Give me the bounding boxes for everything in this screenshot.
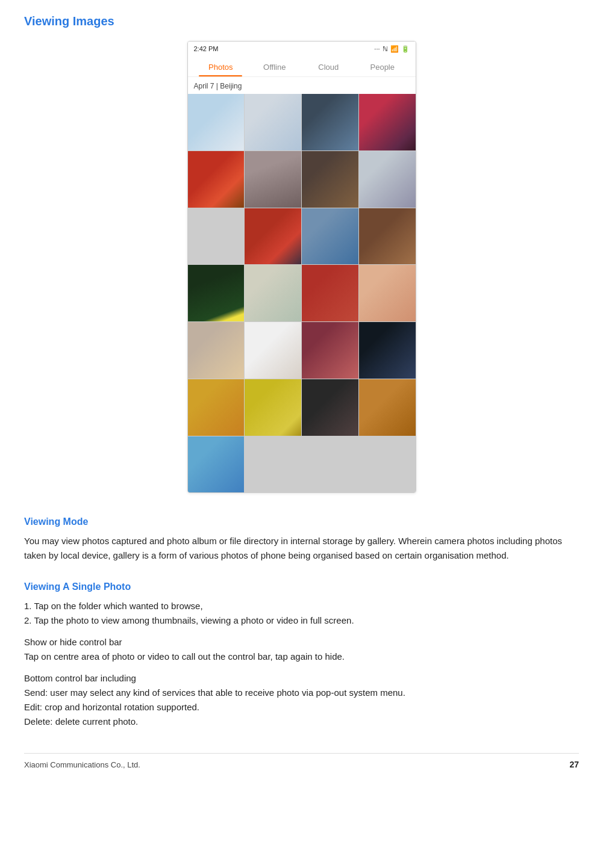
footer-page-number: 27: [569, 758, 579, 771]
tab-cloud[interactable]: Cloud: [302, 57, 356, 77]
photo-cell-16[interactable]: [188, 322, 245, 379]
footer-bar: Xiaomi Communications Co., Ltd. 27: [24, 753, 579, 771]
photo-cell-14[interactable]: [302, 265, 358, 321]
photo-cell-5[interactable]: [188, 151, 245, 208]
photo-cell-10[interactable]: [302, 208, 358, 265]
battery-icon: 🔋: [401, 44, 410, 54]
photo-cell-19[interactable]: [359, 322, 416, 379]
photo-grid: [188, 94, 416, 492]
tab-offline[interactable]: Offline: [248, 57, 302, 77]
photo-cell-2[interactable]: [245, 94, 301, 150]
photo-cell-1[interactable]: [188, 94, 245, 150]
viewing-single-photo-body1: 1. Tap on the folder which wanted to bro…: [24, 599, 579, 628]
viewing-mode-body: You may view photos captured and photo a…: [24, 534, 579, 563]
phone-nav-tabs: Photos Offline Cloud People: [188, 57, 416, 78]
photo-cell-21[interactable]: [245, 379, 301, 436]
section-heading-viewing-single-photo: Viewing A Single Photo: [24, 580, 579, 594]
photo-cell-3[interactable]: [302, 94, 358, 150]
photo-cell-24[interactable]: [188, 436, 245, 493]
photo-cell-17[interactable]: [245, 322, 301, 379]
photo-cell-9[interactable]: [245, 208, 301, 265]
status-time: 2:42 PM: [194, 44, 219, 54]
phone-screen: 2:42 PM ··· ℕ 📶 🔋 Photos Offline Cloud P…: [187, 41, 416, 493]
photo-cell-8[interactable]: [359, 151, 416, 208]
photo-date-label: April 7 | Beijing: [188, 77, 416, 94]
photo-cell-12[interactable]: [188, 265, 245, 321]
photo-cell-7[interactable]: [302, 151, 358, 208]
photo-cell-15[interactable]: [359, 265, 416, 321]
viewing-single-photo-body3: Bottom control bar includingSend: user m…: [24, 671, 579, 729]
photo-cell-18[interactable]: [302, 322, 358, 379]
phone-status-bar: 2:42 PM ··· ℕ 📶 🔋: [188, 42, 416, 57]
network-icon: ℕ: [383, 44, 388, 54]
wifi-icon: 📶: [390, 44, 399, 54]
phone-mockup: 2:42 PM ··· ℕ 📶 🔋 Photos Offline Cloud P…: [24, 41, 579, 493]
viewing-single-photo-body2: Show or hide control barTap on centre ar…: [24, 635, 579, 664]
footer-company: Xiaomi Communications Co., Ltd.: [24, 759, 140, 771]
page-title: Viewing Images: [24, 12, 579, 30]
tab-people[interactable]: People: [355, 57, 410, 77]
status-icons: ··· ℕ 📶 🔋: [374, 44, 409, 54]
tab-photos[interactable]: Photos: [194, 57, 248, 77]
photo-cell-20[interactable]: [188, 379, 245, 436]
photo-cell-4[interactable]: [359, 94, 416, 150]
signal-icon: ···: [374, 44, 380, 54]
photo-cell-22[interactable]: [302, 379, 358, 436]
photo-cell-6[interactable]: [245, 151, 301, 208]
photo-cell-23[interactable]: [359, 379, 416, 436]
photo-cell-11[interactable]: [359, 208, 416, 265]
section-heading-viewing-mode: Viewing Mode: [24, 515, 579, 529]
photo-cell-13[interactable]: [245, 265, 301, 321]
